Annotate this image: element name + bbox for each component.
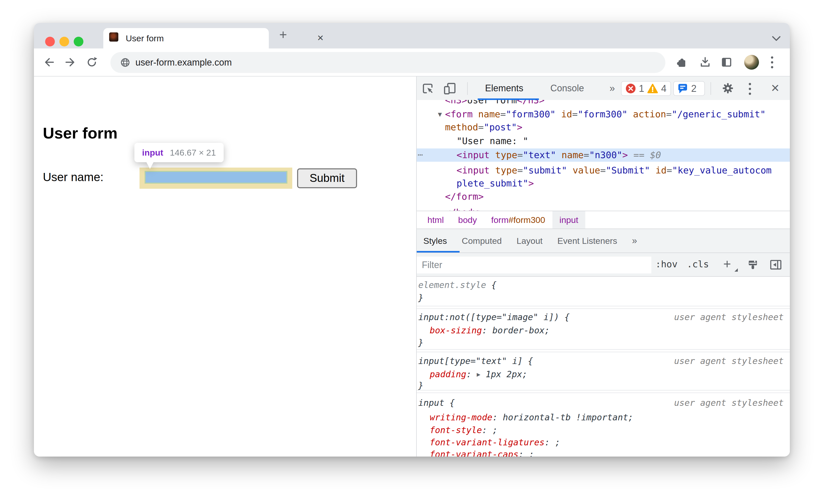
forward-button[interactable] bbox=[63, 48, 79, 76]
styles-filter-bar: Filter :hov .cls + bbox=[416, 253, 790, 276]
dom-node-body-close-clipped[interactable]: </body> bbox=[445, 206, 484, 211]
traffic-minimize-button[interactable] bbox=[60, 37, 69, 46]
submit-button[interactable]: Submit bbox=[297, 168, 357, 188]
inspect-highlight-border bbox=[139, 168, 292, 189]
styles-filter-input[interactable]: Filter bbox=[417, 257, 651, 274]
token: "key_value_autocom bbox=[672, 165, 771, 176]
token: "submit" bbox=[523, 165, 567, 176]
new-style-rule-button[interactable]: + bbox=[723, 253, 731, 277]
address-bar[interactable]: user-form.example.com bbox=[110, 52, 665, 73]
device-toolbar-icon[interactable] bbox=[443, 82, 456, 95]
rule2-declaration-padding[interactable]: padding: ▶ 1px 2px; bbox=[430, 368, 527, 380]
paint-brush-icon[interactable] bbox=[747, 259, 759, 271]
chevron-down-icon[interactable] bbox=[772, 35, 781, 42]
errors-warnings-badge[interactable]: 1 4 bbox=[621, 81, 671, 96]
url-text[interactable]: user-form.example.com bbox=[135, 52, 232, 73]
token: html bbox=[427, 215, 444, 225]
traffic-zoom-button[interactable] bbox=[74, 37, 83, 46]
side-panel-icon[interactable] bbox=[720, 48, 733, 76]
dom-node-form-wrap[interactable]: method="post"> bbox=[445, 120, 522, 134]
inspect-tooltip: input 146.67 × 21 bbox=[134, 143, 224, 162]
settings-gear-icon[interactable] bbox=[722, 83, 733, 94]
site-globe-icon bbox=[120, 58, 130, 68]
reload-button[interactable] bbox=[84, 48, 100, 76]
styles-pane: element.style { } input:not([type="image… bbox=[416, 276, 790, 457]
section-divider bbox=[416, 352, 790, 352]
rule3-declaration-font-variant-ligatures[interactable]: font-variant-ligatures: ; bbox=[430, 436, 560, 448]
elements-tab-underline bbox=[478, 98, 539, 100]
rule3-declaration-writing-mode[interactable]: writing-mode: horizontal-tb !important; bbox=[430, 411, 633, 423]
dom-node-form-open[interactable]: ▼<form name="form300" id="form300" actio… bbox=[438, 107, 765, 121]
element-style-rule-open[interactable]: element.style { bbox=[418, 279, 497, 291]
extensions-puzzle-icon[interactable] bbox=[676, 48, 688, 76]
breadcrumb-html[interactable]: html bbox=[420, 211, 451, 228]
tab-elements[interactable]: Elements bbox=[485, 77, 523, 100]
rule1-declaration-box-sizing[interactable]: box-sizing: border-box; bbox=[430, 324, 550, 336]
tab-styles[interactable]: Styles bbox=[423, 236, 447, 246]
more-sidebar-tabs-chevrons[interactable]: » bbox=[632, 235, 637, 246]
section-divider bbox=[416, 349, 790, 350]
browser-tab[interactable]: User form ✕ bbox=[103, 28, 269, 48]
tab-layout[interactable]: Layout bbox=[516, 236, 542, 246]
breadcrumb-form[interactable]: form#form300 bbox=[484, 211, 552, 228]
breadcrumb-body[interactable]: body bbox=[451, 211, 484, 228]
inspect-element-icon[interactable] bbox=[421, 82, 434, 95]
rule3-declaration-font-style[interactable]: font-style: ; bbox=[430, 424, 498, 436]
token: <input bbox=[456, 165, 490, 176]
token: input bbox=[559, 215, 579, 225]
token: font-variant-ligatures bbox=[430, 437, 544, 447]
devtools-divider[interactable] bbox=[416, 77, 417, 457]
filter-placeholder: Filter bbox=[422, 257, 442, 274]
traffic-close-button[interactable] bbox=[45, 37, 55, 46]
token: > bbox=[622, 150, 628, 160]
selected-node-gutter-dots[interactable]: ⋯ bbox=[418, 148, 423, 162]
dom-node-input-submit[interactable]: <input type="submit" value="Submit" id="… bbox=[456, 164, 771, 177]
token: = bbox=[500, 109, 506, 119]
avatar[interactable] bbox=[744, 48, 759, 76]
browser-toolbar: user-form.example.com bbox=[34, 48, 790, 77]
token: = bbox=[666, 109, 672, 119]
devtools-menu-kebab-icon[interactable] bbox=[749, 82, 751, 96]
token: : border-box; bbox=[482, 325, 550, 335]
dom-node-textnode[interactable]: "User name: " bbox=[456, 134, 528, 148]
dom-node-form-tokens: <form name="form300" id="form300" action… bbox=[445, 109, 765, 119]
browser-menu-kebab-icon[interactable] bbox=[771, 48, 773, 76]
toggle-hover-state-button[interactable]: :hov bbox=[655, 253, 678, 277]
dom-node-form-close[interactable]: </form> bbox=[445, 190, 484, 204]
token: body bbox=[458, 215, 477, 225]
token: <input bbox=[456, 150, 490, 160]
rule2-selector[interactable]: input[type="text" i] { bbox=[418, 355, 533, 367]
toolbar-separator bbox=[711, 82, 711, 95]
issues-badge[interactable]: 2 bbox=[673, 81, 705, 96]
rule3-declaration-font-variant-caps[interactable]: font-variant-caps: ; bbox=[430, 448, 534, 457]
tooltip-arrow bbox=[146, 162, 154, 169]
toggle-class-button[interactable]: .cls bbox=[687, 253, 709, 277]
dom-node-h3-clipped[interactable]: <h3>User form</h3> bbox=[445, 100, 544, 107]
devtools-close-icon[interactable]: ✕ bbox=[771, 77, 780, 100]
downloads-icon[interactable] bbox=[699, 48, 711, 76]
elements-dom-tree: <h3>User form</h3> ▼<form name="form300"… bbox=[416, 100, 790, 211]
token: "form300" bbox=[578, 109, 627, 119]
dom-node-input-selected[interactable]: <input type="text" name="n300"> == $0 bbox=[416, 148, 790, 162]
rule1-selector[interactable]: input:not([type="image" i]) { bbox=[418, 311, 570, 323]
token: $0 bbox=[650, 150, 661, 160]
tab-close-icon[interactable]: ✕ bbox=[317, 28, 324, 48]
rule3-selector[interactable]: input { bbox=[418, 397, 455, 409]
expand-toggle-icon[interactable]: ▼ bbox=[438, 107, 445, 121]
rule1-close: } bbox=[418, 336, 423, 349]
username-input[interactable] bbox=[144, 171, 287, 184]
dom-node-input-submit-wrap[interactable]: plete_submit"> bbox=[456, 177, 534, 190]
section-divider bbox=[416, 308, 790, 309]
token: : ; bbox=[544, 437, 560, 447]
more-tabs-chevrons[interactable]: » bbox=[610, 77, 615, 100]
back-button[interactable] bbox=[40, 48, 57, 76]
tab-console[interactable]: Console bbox=[550, 77, 584, 100]
token: { bbox=[486, 280, 497, 290]
show-sidebar-toggle-icon[interactable] bbox=[769, 259, 782, 271]
new-tab-button[interactable]: + bbox=[279, 23, 287, 48]
breadcrumb-input-selected[interactable]: input bbox=[552, 211, 586, 228]
token: : bbox=[466, 369, 477, 379]
tab-computed[interactable]: Computed bbox=[462, 236, 502, 246]
tab-strip: User form ✕ + bbox=[34, 23, 790, 48]
tab-event-listeners[interactable]: Event Listeners bbox=[557, 236, 617, 246]
